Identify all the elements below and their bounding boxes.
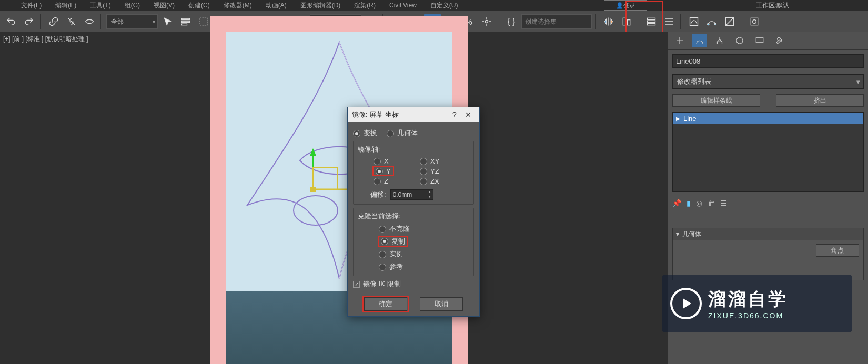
layer-explorer-button[interactable] xyxy=(643,14,659,29)
login-button[interactable]: 👤 登录 xyxy=(604,0,647,11)
tab-display[interactable] xyxy=(752,34,767,47)
angle-snap-button[interactable] xyxy=(443,14,459,29)
menu-view[interactable]: 视图(V) xyxy=(154,1,175,10)
placement-button[interactable] xyxy=(292,14,308,29)
radio-clone-copy[interactable]: 复制 xyxy=(379,237,469,246)
radio-axis-zx[interactable]: ZX xyxy=(420,177,457,185)
menu-edit[interactable]: 编辑(E) xyxy=(55,1,76,10)
schematic-view-button[interactable] xyxy=(704,14,720,29)
radio-clone-none[interactable]: 不克隆 xyxy=(379,224,469,234)
redo-button[interactable] xyxy=(21,14,37,29)
rollout-header-geometry[interactable]: ▾ 几何体 xyxy=(673,228,863,240)
svg-rect-28 xyxy=(310,187,316,192)
clone-title: 克隆当前选择: xyxy=(358,211,469,221)
curve-editor-button[interactable] xyxy=(686,14,702,29)
mirror-button[interactable] xyxy=(601,14,617,29)
render-setup-button[interactable] xyxy=(746,14,762,29)
menu-tools[interactable]: 工具(T) xyxy=(90,1,110,10)
menu-modifiers[interactable]: 修改器(M) xyxy=(224,1,252,10)
dialog-titlebar[interactable]: 镜像: 屏幕 坐标 ? ✕ xyxy=(348,107,479,122)
svg-point-29 xyxy=(736,37,743,44)
menu-render[interactable]: 渲染(R) xyxy=(354,1,376,10)
svg-rect-12 xyxy=(623,18,625,25)
ok-button[interactable]: 确定 xyxy=(364,297,407,311)
svg-rect-0 xyxy=(182,18,190,20)
menu-civilview[interactable]: Civil View xyxy=(389,2,417,9)
scale-button[interactable] xyxy=(274,14,290,29)
radio-axis-z[interactable]: Z xyxy=(374,177,410,185)
align-button[interactable] xyxy=(619,14,634,29)
pin-stack-icon[interactable]: 📌 xyxy=(672,199,681,207)
tab-hierarchy[interactable] xyxy=(712,34,727,47)
percent-snap-button[interactable]: % xyxy=(461,14,477,29)
menu-file[interactable]: 文件(F) xyxy=(21,1,42,10)
svg-rect-13 xyxy=(628,20,630,25)
ref-coord-dropdown[interactable]: 视图 xyxy=(310,14,361,29)
radio-axis-x[interactable]: X xyxy=(374,157,410,165)
watermark: 溜溜自学 ZIXUE.3D66.COM xyxy=(662,275,852,332)
offset-input[interactable] xyxy=(391,191,427,198)
select-by-name-button[interactable] xyxy=(178,14,194,29)
modifier-stack[interactable]: ▶ Line xyxy=(672,112,864,192)
main-toolbar: 全部 视图 2₅ % { } 创建选择集 xyxy=(0,11,868,33)
group-mirror-axis: 镜像轴: X XY Y YZ Z ZX 偏移: ▲▼ xyxy=(353,141,474,205)
keyboard-shortcut-button[interactable] xyxy=(406,14,422,29)
svg-rect-1 xyxy=(182,21,190,23)
menu-bar: 文件(F) 编辑(E) 工具(T) 组(G) 视图(V) 创建(C) 修改器(M… xyxy=(0,0,868,11)
material-editor-button[interactable] xyxy=(722,14,738,29)
radio-clone-reference[interactable]: 参考 xyxy=(379,262,469,271)
help-button[interactable]: ? xyxy=(448,110,461,119)
modifier-button-extrude[interactable]: 挤出 xyxy=(776,94,864,107)
menu-customize[interactable]: 自定义(U) xyxy=(430,1,458,10)
menu-create[interactable]: 创建(C) xyxy=(188,1,210,10)
show-end-result-icon[interactable]: ▮ xyxy=(687,199,691,207)
tab-utilities[interactable] xyxy=(772,34,787,47)
move-button[interactable] xyxy=(238,14,254,29)
remove-modifier-icon[interactable]: 🗑 xyxy=(708,199,715,207)
modifier-list-dropdown[interactable]: 修改器列表 xyxy=(672,74,864,89)
tab-modify[interactable] xyxy=(692,34,707,47)
unlink-button[interactable] xyxy=(64,14,79,29)
radio-geometry[interactable]: 几何体 xyxy=(387,128,418,138)
use-pivot-button[interactable] xyxy=(364,14,379,29)
svg-point-19 xyxy=(714,23,716,25)
menu-animation[interactable]: 动画(A) xyxy=(266,1,287,10)
object-name-field[interactable]: Line008 xyxy=(672,54,864,68)
rollout-geometry: ▾ 几何体 角点 xyxy=(672,228,864,280)
menu-grapheditors[interactable]: 图形编辑器(D) xyxy=(300,1,341,10)
window-crossing-button[interactable] xyxy=(214,14,229,29)
offset-spinner[interactable]: ▲▼ xyxy=(390,189,433,200)
tab-create[interactable] xyxy=(672,34,687,47)
stack-toolbar: 📌 ▮ ◎ 🗑 ☰ xyxy=(672,196,864,210)
modifier-button-editspline[interactable]: 编辑样条线 xyxy=(672,94,760,107)
radio-clone-instance[interactable]: 实例 xyxy=(379,249,469,259)
named-sel-edit-button[interactable]: { } xyxy=(503,14,519,29)
rect-select-region-button[interactable] xyxy=(196,14,211,29)
select-manipulate-button[interactable] xyxy=(388,14,404,29)
checkbox-mirror-ik[interactable]: 镜像 IK 限制 xyxy=(353,280,401,288)
cancel-button[interactable]: 取消 xyxy=(420,297,463,311)
bind-spacewarp-button[interactable] xyxy=(82,14,97,29)
stack-item-line[interactable]: ▶ Line xyxy=(673,113,863,124)
selection-filter-dropdown[interactable]: 全部 xyxy=(106,14,158,29)
rotate-button[interactable] xyxy=(256,14,272,29)
svg-rect-15 xyxy=(648,21,655,22)
named-selection-input[interactable]: 创建选择集 xyxy=(521,14,592,29)
vertex-type-button[interactable]: 角点 xyxy=(816,244,859,257)
select-object-button[interactable] xyxy=(160,14,176,29)
radio-axis-y[interactable]: Y xyxy=(374,167,410,175)
make-unique-icon[interactable]: ◎ xyxy=(696,199,702,207)
close-button[interactable]: ✕ xyxy=(461,110,475,119)
link-button[interactable] xyxy=(46,14,62,29)
dialog-title: 镜像: 屏幕 坐标 xyxy=(352,110,399,119)
spinner-snap-button[interactable] xyxy=(479,14,494,29)
radio-transform[interactable]: 变换 xyxy=(353,128,377,138)
toggle-ribbon-button[interactable] xyxy=(661,14,677,29)
undo-button[interactable] xyxy=(3,14,19,29)
radio-axis-xy[interactable]: XY xyxy=(420,157,457,165)
tab-motion[interactable] xyxy=(732,34,747,47)
radio-axis-yz[interactable]: YZ xyxy=(420,167,457,175)
snap-toggle-button[interactable]: 2₅ xyxy=(424,14,441,29)
menu-group[interactable]: 组(G) xyxy=(125,1,140,10)
configure-sets-icon[interactable]: ☰ xyxy=(720,199,727,207)
